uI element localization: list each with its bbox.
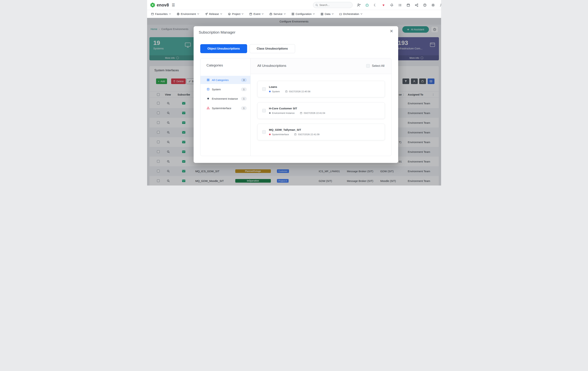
unsubscription-card-tallyman[interactable]: MQ_GDW_Tallyman_SIT SystemInterface 03/2… [257, 124, 385, 140]
subscription-manager-modal: Subscription Manager × Object Unsubscrip… [194, 26, 398, 163]
item-checkbox[interactable] [262, 130, 266, 134]
category-count-badge: 3 [241, 78, 247, 82]
chevron-down-icon [169, 13, 171, 15]
calendar-icon [300, 112, 302, 114]
nav-environment[interactable]: Environment [174, 10, 202, 18]
nav-orchestration[interactable]: { } Orchestration [336, 10, 365, 18]
home-icon[interactable] [365, 3, 369, 7]
type-dot [269, 91, 271, 92]
unsubscription-card-hcore[interactable]: H-Core Customer SIT Environment Instance… [257, 102, 385, 119]
user-profile-icon[interactable] [440, 3, 441, 7]
favourites-heart-icon[interactable]: ♥ [382, 3, 385, 7]
category-system-interface[interactable]: SystemInterface 1 [200, 104, 250, 112]
nav-label: Data [325, 12, 330, 15]
item-checkbox[interactable] [262, 87, 266, 91]
category-label: All Categories [212, 79, 229, 82]
category-count-badge: 1 [241, 106, 247, 110]
briefcase-icon [269, 13, 272, 15]
category-system[interactable]: System 1 [200, 85, 250, 93]
search-box[interactable] [313, 2, 353, 8]
category-environment-instance[interactable]: Environment Instance 1 [200, 94, 250, 103]
share-icon[interactable] [415, 3, 419, 7]
nav-favourites[interactable]: Favourites [148, 10, 174, 18]
item-name: MQ_GDW_Tallyman_SIT [269, 128, 319, 132]
item-info: Loans System 03/27/2026 22:40:56 [269, 85, 311, 93]
item-checkbox[interactable] [262, 109, 266, 113]
close-icon[interactable]: × [390, 28, 393, 34]
item-timestamp: 03/27/2026 22:41:04 [304, 112, 325, 114]
chevron-down-icon [360, 13, 362, 15]
calendar-icon [285, 90, 288, 93]
brand-logo[interactable]: enov8 [150, 0, 169, 10]
item-timestamp: 03/27/2026 22:40:56 [289, 90, 310, 93]
list-title: All Unsubscriptions [257, 64, 286, 68]
category-label: SystemInterface [212, 107, 231, 110]
type-dot [269, 134, 271, 135]
select-all-label: Select All [372, 64, 385, 68]
help-icon[interactable] [423, 3, 427, 7]
calendar-icon [294, 133, 296, 135]
stack-icon [321, 13, 324, 15]
dark-mode-icon[interactable]: ☾ [374, 3, 377, 7]
network-icon [207, 107, 210, 110]
add-user-icon[interactable] [357, 3, 361, 7]
circle-icon [207, 97, 210, 100]
categories-title: Categories [207, 63, 223, 67]
grid-icon [207, 79, 210, 81]
chevron-down-icon [220, 13, 222, 15]
item-meta: Environment Instance 03/27/2026 22:41:04 [269, 112, 325, 114]
nav-release[interactable]: Release [202, 10, 225, 18]
nav-label: Orchestration [343, 12, 359, 15]
settings-gear-icon[interactable] [431, 3, 435, 7]
select-all-checkbox[interactable] [366, 64, 370, 68]
tab-class-unsubscriptions[interactable]: Class Unsubscriptions [250, 44, 295, 53]
item-meta: SystemInterface 03/27/2026 22:41:09 [269, 133, 319, 136]
notifications-bell-icon[interactable] [390, 3, 394, 7]
grid-icon [292, 13, 294, 15]
brand-name: enov8 [157, 3, 169, 8]
nav-label: Release [209, 12, 219, 15]
item-name: H-Core Customer SIT [269, 107, 325, 110]
nav-data[interactable]: Data [318, 10, 336, 18]
nav-service[interactable]: Service [266, 10, 289, 18]
search-icon [315, 4, 318, 6]
nav-event[interactable]: Event [246, 10, 266, 18]
chevron-down-icon [242, 13, 243, 15]
chevron-down-icon [197, 13, 199, 15]
main-nav: Favourites Environment Release Project E… [147, 10, 441, 18]
chevron-down-icon [313, 13, 315, 15]
item-type: Environment Instance [272, 112, 295, 114]
categories-sidebar: Categories All Categories 3 System 1 Env… [200, 58, 251, 156]
list-icon[interactable] [398, 3, 402, 7]
item-timestamp: 03/27/2026 22:41:09 [298, 133, 319, 136]
top-bar: enov8 ☰ ☾ ♥ [147, 0, 441, 10]
calendar-icon [249, 13, 252, 15]
screen: enov8 ☰ ☾ ♥ [147, 0, 441, 186]
item-meta: System 03/27/2026 22:40:56 [269, 90, 311, 93]
nav-label: Service [273, 12, 283, 15]
hamburger-menu-icon[interactable]: ☰ [172, 0, 175, 10]
nav-configuration[interactable]: Configuration [289, 10, 318, 18]
item-info: MQ_GDW_Tallyman_SIT SystemInterface 03/2… [269, 128, 319, 136]
nav-project[interactable]: Project [225, 10, 247, 18]
chevron-down-icon [262, 13, 264, 15]
category-count-badge: 1 [241, 97, 247, 101]
category-all-categories[interactable]: All Categories 3 [200, 76, 250, 84]
unsubscriptions-panel: Categories All Categories 3 System 1 Env… [200, 58, 391, 156]
item-type: System [272, 90, 280, 93]
layers-icon [228, 13, 231, 15]
nav-label: Favourites [155, 12, 168, 15]
enov8-flower-icon [150, 2, 155, 8]
nav-label: Project [232, 12, 241, 15]
item-info: H-Core Customer SIT Environment Instance… [269, 107, 325, 114]
calendar-icon[interactable] [407, 3, 410, 7]
braces-icon: { } [339, 13, 342, 15]
type-dot [269, 112, 271, 114]
paper-plane-icon [205, 13, 208, 15]
nav-label: Event [253, 12, 260, 15]
unsubscription-card-loans[interactable]: Loans System 03/27/2026 22:40:56 [257, 81, 385, 97]
search-input[interactable] [319, 4, 350, 6]
tab-object-unsubscriptions[interactable]: Object Unsubscriptions [200, 44, 247, 53]
nav-label: Configuration [296, 12, 312, 15]
select-all-control[interactable]: Select All [366, 64, 385, 68]
